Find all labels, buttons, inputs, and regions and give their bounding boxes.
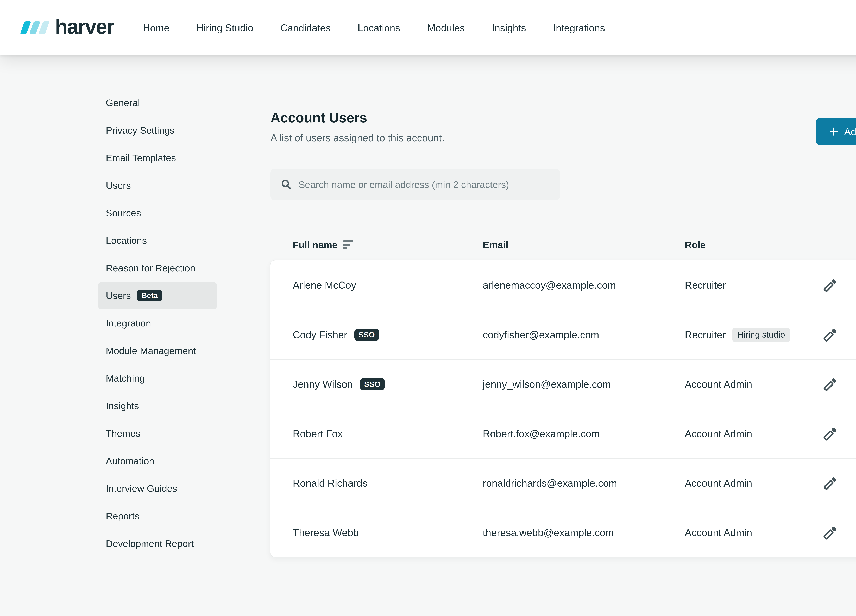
user-role-cell: Account Admin xyxy=(685,428,752,439)
add-user-button[interactable]: Add user xyxy=(816,118,856,146)
hiring-studio-badge: Hiring studio xyxy=(732,328,790,342)
edit-user-button[interactable] xyxy=(821,326,840,344)
harver-logo: harver xyxy=(22,16,114,39)
edit-user-button[interactable] xyxy=(821,474,840,493)
sidebar-item-locations[interactable]: Locations xyxy=(98,227,217,254)
sidebar-item-privacy-settings[interactable]: Privacy Settings xyxy=(98,117,217,144)
sidebar-item-development-report[interactable]: Development Report xyxy=(98,530,217,557)
column-header-full-name: Full name xyxy=(293,239,353,250)
pencil-icon xyxy=(823,377,838,392)
sidebar-item-automation[interactable]: Automation xyxy=(98,447,217,475)
user-email-cell: arlenemaccoy@example.com xyxy=(483,280,616,291)
pencil-icon xyxy=(823,278,838,293)
edit-user-button[interactable] xyxy=(821,523,840,542)
user-search xyxy=(271,169,560,200)
harver-logo-icon xyxy=(22,21,47,34)
nav-locations[interactable]: Locations xyxy=(358,22,400,34)
nav-candidates[interactable]: Candidates xyxy=(280,22,331,34)
column-header-email: Email xyxy=(483,239,508,250)
user-role-cell: Account Admin xyxy=(685,378,752,390)
plus-icon xyxy=(829,127,839,137)
delete-user-button[interactable] xyxy=(854,474,856,493)
page-subtitle: A list of users assigned to this account… xyxy=(271,132,445,144)
edit-user-button[interactable] xyxy=(821,276,840,295)
user-email-cell: theresa.webb@example.com xyxy=(483,527,614,539)
top-navigation: harver Home Hiring Studio Candidates Loc… xyxy=(0,0,856,55)
table-row: Theresa Webb theresa.webb@example.com Ac… xyxy=(271,508,856,557)
sidebar-item-users[interactable]: Users xyxy=(98,172,217,199)
user-email-cell: jenny_wilson@example.com xyxy=(483,378,611,390)
user-email-cell: codyfisher@example.com xyxy=(483,329,599,341)
user-name-cell: Theresa Webb xyxy=(293,527,359,539)
user-email-cell: Robert.fox@example.com xyxy=(483,428,600,439)
sidebar-item-reports[interactable]: Reports xyxy=(98,502,217,530)
sso-badge: SSO xyxy=(354,329,379,341)
page-title: Account Users xyxy=(271,110,367,126)
user-role-cell: Account Admin xyxy=(685,527,752,539)
nav-insights[interactable]: Insights xyxy=(492,22,526,34)
beta-badge: Beta xyxy=(137,290,162,301)
delete-user-button[interactable] xyxy=(854,375,856,394)
pencil-icon xyxy=(823,327,838,343)
sidebar-item-interview-guides[interactable]: Interview Guides xyxy=(98,475,217,502)
table-row: Jenny Wilson SSO jenny_wilson@example.co… xyxy=(271,359,856,409)
sidebar-item-matching[interactable]: Matching xyxy=(98,364,217,392)
user-name-cell: Jenny Wilson SSO xyxy=(293,378,385,390)
pencil-icon xyxy=(823,426,838,441)
pencil-icon xyxy=(823,525,838,540)
users-table: Arlene McCoy arlenemaccoy@example.com Re… xyxy=(270,260,856,558)
sidebar-item-integration[interactable]: Integration xyxy=(98,309,217,337)
nav-hiring-studio[interactable]: Hiring Studio xyxy=(197,22,253,34)
pencil-icon xyxy=(823,476,838,491)
table-row: Cody Fisher SSO codyfisher@example.com R… xyxy=(271,310,856,359)
user-name-cell: Ronald Richards xyxy=(293,478,367,489)
delete-user-button[interactable] xyxy=(854,523,856,542)
sidebar-item-reason-for-rejection[interactable]: Reason for Rejection xyxy=(98,254,217,282)
sidebar-item-general[interactable]: General xyxy=(98,89,217,117)
sidebar-item-module-management[interactable]: Module Management xyxy=(98,337,217,364)
settings-sidebar: General Privacy Settings Email Templates… xyxy=(98,89,217,557)
sidebar-item-email-templates[interactable]: Email Templates xyxy=(98,144,217,172)
user-name-cell: Arlene McCoy xyxy=(293,280,356,291)
nav-integrations[interactable]: Integrations xyxy=(553,22,605,34)
sidebar-item-themes[interactable]: Themes xyxy=(98,419,217,447)
edit-user-button[interactable] xyxy=(821,375,840,394)
delete-user-button[interactable] xyxy=(854,424,856,443)
table-header: Full name Email Role xyxy=(271,239,856,255)
nav-home[interactable]: Home xyxy=(143,22,169,34)
column-header-role: Role xyxy=(685,239,705,250)
sso-badge: SSO xyxy=(360,378,385,390)
search-icon xyxy=(281,179,292,190)
user-name-cell: Robert Fox xyxy=(293,428,343,439)
sidebar-item-sources[interactable]: Sources xyxy=(98,199,217,227)
primary-nav: Home Hiring Studio Candidates Locations … xyxy=(143,22,605,34)
search-input[interactable] xyxy=(299,179,550,190)
user-role-cell: Account Admin xyxy=(685,478,752,489)
table-row: Robert Fox Robert.fox@example.com Accoun… xyxy=(271,409,856,458)
table-row: Arlene McCoy arlenemaccoy@example.com Re… xyxy=(271,260,856,310)
user-email-cell: ronaldrichards@example.com xyxy=(483,478,617,489)
add-user-label: Add user xyxy=(844,126,856,137)
edit-user-button[interactable] xyxy=(821,424,840,443)
sidebar-item-users-beta[interactable]: Users Beta xyxy=(98,282,217,309)
user-role-cell: Recruiter xyxy=(685,280,726,291)
nav-modules[interactable]: Modules xyxy=(427,22,465,34)
delete-user-button[interactable] xyxy=(854,326,856,344)
user-name-cell: Cody Fisher SSO xyxy=(293,329,379,341)
table-row: Ronald Richards ronaldrichards@example.c… xyxy=(271,458,856,508)
sidebar-item-insights[interactable]: Insights xyxy=(98,392,217,419)
user-role-cell: Recruiter Hiring studio xyxy=(685,328,790,342)
sort-icon[interactable] xyxy=(343,240,353,249)
brand-name: harver xyxy=(55,16,114,39)
delete-user-button[interactable] xyxy=(854,276,856,295)
